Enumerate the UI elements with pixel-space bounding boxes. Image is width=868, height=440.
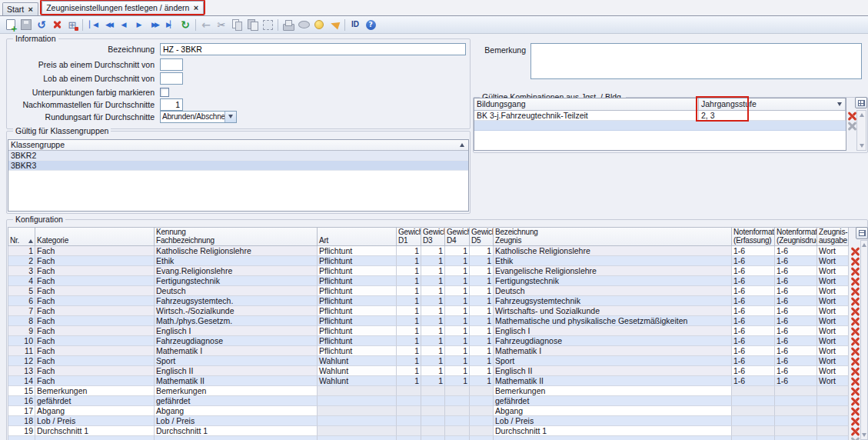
cell-art[interactable]: [318, 396, 397, 406]
konfig-row-1[interactable]: 1FachKatholische ReligionslehrePflichtun…: [8, 246, 861, 256]
cell-kategorie[interactable]: Fach: [35, 276, 155, 286]
cell-nr[interactable]: 11: [8, 346, 35, 356]
cell-nr[interactable]: 15: [8, 386, 35, 396]
cell-notenformat-erfassung[interactable]: [732, 436, 775, 440]
konfig-column-nr[interactable]: Nr.: [8, 228, 35, 246]
cell-bezeichnung-zeugnis[interactable]: Durchschnitt 1: [494, 426, 732, 436]
konfig-column-gewicht-d5[interactable]: GewichtD5: [470, 228, 494, 246]
cell-zeugnisausgabe[interactable]: [817, 416, 849, 426]
cell-kategorie[interactable]: Fach: [35, 366, 155, 376]
scroll-up-icon[interactable]: [857, 113, 866, 117]
cell-nr[interactable]: [8, 436, 35, 440]
cell-notenformat-zeugnisdruck[interactable]: 1-6: [775, 326, 817, 336]
cell-kennung[interactable]: Fahrzeugdiagnose: [155, 336, 318, 346]
cell-bezeichnung-zeugnis[interactable]: Katholische Religionslehre: [494, 246, 732, 256]
cell-kennung[interactable]: Fertigungstechnik: [155, 276, 318, 286]
cell-notenformat-erfassung[interactable]: 1-6: [732, 306, 775, 316]
cell-gewicht-d5[interactable]: 1: [470, 296, 494, 306]
konfig-column-gewicht-d4[interactable]: GewichtD4: [445, 228, 470, 246]
cell-zeugnisausgabe[interactable]: [817, 386, 849, 396]
cell-bezeichnung-zeugnis[interactable]: Mathematik II: [494, 376, 732, 386]
cell-gewicht-d1[interactable]: [397, 426, 421, 436]
cell-nr[interactable]: 3: [8, 266, 35, 276]
konfig-row-10[interactable]: 10FachFahrzeugdiagnosePflichtunt1111Fahr…: [8, 336, 861, 346]
cell-art[interactable]: Pflichtunt: [318, 256, 397, 266]
dropdown-filter-icon[interactable]: [837, 102, 842, 106]
konfig-row-9[interactable]: 9FachEnglisch IPflichtunt1111Englisch I1…: [8, 326, 861, 336]
cell-gewicht-d5[interactable]: [470, 416, 494, 426]
delete-row-icon[interactable]: [850, 247, 860, 256]
cell-gewicht-d3[interactable]: 1: [421, 266, 445, 276]
cell-notenformat-zeugnisdruck[interactable]: 1-6: [775, 336, 817, 346]
delete-row-icon[interactable]: [850, 287, 860, 296]
cell-notenformat-erfassung[interactable]: 1-6: [732, 266, 775, 276]
cell-kategorie[interactable]: Fach: [35, 336, 155, 346]
cell-gewicht-d1[interactable]: [397, 436, 421, 440]
cell-kennung[interactable]: Mathematik II: [155, 376, 318, 386]
cell-art[interactable]: Pflichtunt: [318, 286, 397, 296]
cell-zeugnisausgabe[interactable]: [817, 406, 849, 416]
cell-notenformat-zeugnisdruck[interactable]: 1-6: [775, 306, 817, 316]
cell-zeugnisausgabe[interactable]: Wort: [817, 316, 849, 326]
cell-kategorie[interactable]: gefährdet: [35, 396, 155, 406]
scroll-down-icon[interactable]: [857, 144, 866, 148]
cell-art[interactable]: Wahlunt: [318, 366, 397, 376]
cell-kategorie[interactable]: Fach: [35, 326, 155, 336]
notify-icon[interactable]: [327, 17, 342, 32]
cell-bezeichnung-zeugnis[interactable]: Bemerkungen: [494, 386, 732, 396]
cell-gewicht-d1[interactable]: 1: [397, 296, 421, 306]
cell-kategorie[interactable]: Fach: [35, 256, 155, 266]
cell-gewicht-d4[interactable]: 1: [445, 326, 470, 336]
cell-gewicht-d1[interactable]: [397, 416, 421, 426]
column-bildungsgang[interactable]: Bildungsgang: [474, 98, 699, 111]
delete-row-icon[interactable]: [850, 427, 860, 436]
cell-kennung[interactable]: Deutsch: [155, 286, 318, 296]
cell-gewicht-d4[interactable]: 1: [445, 356, 470, 366]
konfig-column-notenformat-erfassung[interactable]: Notenformat(Erfassung): [732, 228, 775, 246]
cell-art[interactable]: Pflichtunt: [318, 346, 397, 356]
cell-nr[interactable]: 18: [8, 416, 35, 426]
cell-kennung[interactable]: Bemerkungen: [155, 386, 318, 396]
cut-icon[interactable]: [214, 17, 229, 32]
cell-art[interactable]: [318, 406, 397, 416]
konfig-row-5[interactable]: 5FachDeutschPflichtunt1111Deutsch1-61-6W…: [8, 286, 861, 296]
cell-gewicht-d1[interactable]: 1: [397, 326, 421, 336]
cell-bezeichnung-zeugnis[interactable]: Mathematik I: [494, 346, 732, 356]
cell-gewicht-d5[interactable]: [470, 426, 494, 436]
konfig-row-7[interactable]: 7FachWirtsch.-/SozialkundePflichtunt1111…: [8, 306, 861, 316]
cell-kategorie[interactable]: Fach: [35, 246, 155, 256]
undo-icon[interactable]: [34, 17, 49, 32]
cell-notenformat-erfassung[interactable]: [732, 396, 775, 406]
konfig-row-17[interactable]: 17AbgangAbgangAbgang: [8, 406, 861, 416]
next-fast-icon[interactable]: [147, 17, 162, 32]
cell-bezeichnung-zeugnis[interactable]: Wirtschafts- und Sozialkunde: [494, 306, 732, 316]
konfig-row-13[interactable]: 13FachEnglisch IIWahlunt1111Englisch II1…: [8, 366, 861, 376]
cell-kennung[interactable]: Math./phys.Gesetzm.: [155, 316, 318, 326]
cell-notenformat-zeugnisdruck[interactable]: 1-6: [775, 286, 817, 296]
edit-form-icon[interactable]: [65, 17, 80, 32]
cell-zeugnisausgabe[interactable]: Wort: [817, 366, 849, 376]
cell-bezeichnung-zeugnis[interactable]: Fertigungstechnik: [494, 276, 732, 286]
cell-kennung[interactable]: Sport: [155, 356, 318, 366]
cell-gewicht-d3[interactable]: [421, 406, 445, 416]
cell-zeugnisausgabe[interactable]: Wort: [817, 376, 849, 386]
konfig-row-6[interactable]: 6FachFahrzeugsystemtech.Pflichtunt1111Fa…: [8, 296, 861, 306]
cell-nr[interactable]: 19: [8, 426, 35, 436]
prev-fast-icon[interactable]: [101, 17, 116, 32]
last-record-icon[interactable]: [162, 17, 178, 32]
cell-bezeichnung-zeugnis[interactable]: Englisch II: [494, 366, 732, 376]
cell-gewicht-d5[interactable]: [470, 406, 494, 416]
cell-gewicht-d4[interactable]: 1: [445, 256, 470, 266]
cell-gewicht-d5[interactable]: 1: [470, 306, 494, 316]
new-record-icon[interactable]: [3, 17, 18, 32]
cell-gewicht-d1[interactable]: [397, 396, 421, 406]
cell-gewicht-d5[interactable]: 1: [470, 376, 494, 386]
delete-row-icon[interactable]: [850, 277, 860, 286]
cell-bezeichnung-zeugnis[interactable]: Sport: [494, 356, 732, 366]
refresh-icon[interactable]: [178, 17, 193, 32]
konfig-row-11[interactable]: 11FachMathematik IPflichtunt1111Mathemat…: [8, 346, 861, 356]
cell-kennung[interactable]: Lob / Preis: [155, 416, 318, 426]
cell-notenformat-zeugnisdruck[interactable]: 1-6: [775, 246, 817, 256]
cell-nr[interactable]: 7: [8, 306, 35, 316]
cell-nr[interactable]: 6: [8, 296, 35, 306]
